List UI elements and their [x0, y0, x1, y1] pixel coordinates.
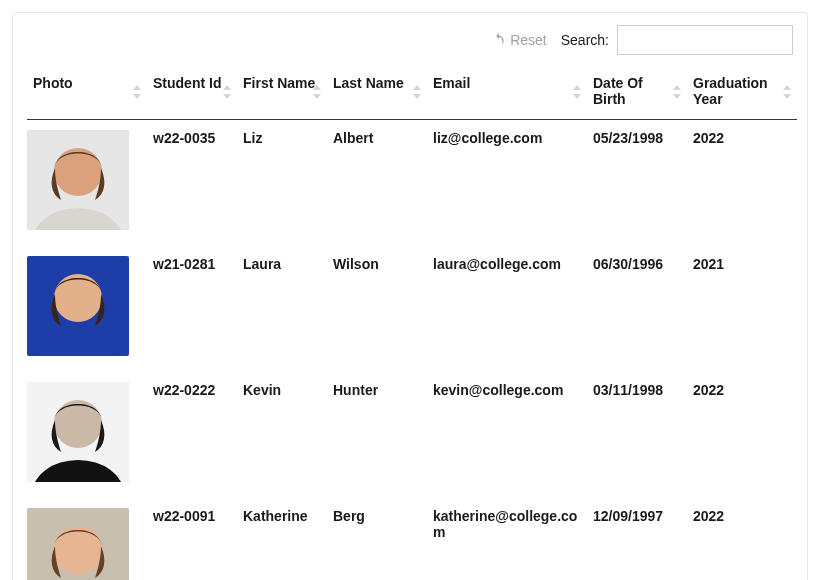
col-photo-label: Photo	[33, 75, 73, 91]
col-student-id[interactable]: Student Id	[147, 65, 237, 120]
col-email-label: Email	[433, 75, 470, 91]
cell-last-name: Wilson	[327, 240, 427, 366]
col-grad-year-label: Graduation Year	[693, 75, 768, 107]
avatar	[27, 382, 129, 482]
cell-last-name: Albert	[327, 120, 427, 241]
sort-icon[interactable]	[673, 85, 681, 99]
search-input[interactable]	[617, 25, 793, 55]
sort-icon[interactable]	[313, 85, 321, 99]
students-table: Photo Student Id First Name Last Name Em…	[27, 65, 797, 580]
col-dob-label: Date Of Birth	[593, 75, 643, 107]
col-last-name-label: Last Name	[333, 75, 404, 91]
cell-dob: 12/09/1997	[587, 492, 687, 580]
table-header-row: Photo Student Id First Name Last Name Em…	[27, 65, 797, 120]
cell-photo	[27, 492, 147, 580]
cell-first-name: Liz	[237, 120, 327, 241]
table-toolbar: Reset Search:	[27, 25, 793, 55]
cell-grad-year: 2022	[687, 492, 797, 580]
cell-grad-year: 2021	[687, 240, 797, 366]
table-row[interactable]: w22-0091 Katherine Berg katherine@colleg…	[27, 492, 797, 580]
reset-label: Reset	[510, 32, 547, 48]
reset-button[interactable]: Reset	[492, 32, 547, 49]
cell-dob: 05/23/1998	[587, 120, 687, 241]
cell-student-id: w21-0281	[147, 240, 237, 366]
cell-student-id: w22-0091	[147, 492, 237, 580]
col-photo[interactable]: Photo	[27, 65, 147, 120]
cell-dob: 06/30/1996	[587, 240, 687, 366]
cell-photo	[27, 366, 147, 492]
cell-email: katherine@college.com	[427, 492, 587, 580]
avatar	[27, 508, 129, 580]
cell-email: laura@college.com	[427, 240, 587, 366]
cell-email: kevin@college.com	[427, 366, 587, 492]
svg-point-11	[54, 526, 102, 574]
table-row[interactable]: w22-0222 Kevin Hunter kevin@college.com …	[27, 366, 797, 492]
col-dob[interactable]: Date Of Birth	[587, 65, 687, 120]
sort-icon[interactable]	[783, 85, 791, 99]
col-grad-year[interactable]: Graduation Year	[687, 65, 797, 120]
avatar	[27, 130, 129, 230]
cell-grad-year: 2022	[687, 366, 797, 492]
cell-first-name: Laura	[237, 240, 327, 366]
cell-grad-year: 2022	[687, 120, 797, 241]
cell-student-id: w22-0035	[147, 120, 237, 241]
cell-first-name: Katherine	[237, 492, 327, 580]
cell-dob: 03/11/1998	[587, 366, 687, 492]
svg-point-5	[54, 274, 102, 322]
col-first-name[interactable]: First Name	[237, 65, 327, 120]
cell-photo	[27, 240, 147, 366]
col-last-name[interactable]: Last Name	[327, 65, 427, 120]
svg-point-2	[54, 148, 102, 196]
cell-first-name: Kevin	[237, 366, 327, 492]
sort-icon[interactable]	[223, 85, 231, 99]
sort-icon[interactable]	[413, 85, 421, 99]
svg-point-8	[54, 400, 102, 448]
search-label: Search:	[561, 32, 609, 48]
sort-icon[interactable]	[573, 85, 581, 99]
avatar	[27, 256, 129, 356]
cell-email: liz@college.com	[427, 120, 587, 241]
table-row[interactable]: w21-0281 Laura Wilson laura@college.com …	[27, 240, 797, 366]
col-student-id-label: Student Id	[153, 75, 221, 91]
table-row[interactable]: w22-0035 Liz Albert liz@college.com 05/2…	[27, 120, 797, 241]
col-first-name-label: First Name	[243, 75, 315, 91]
sort-icon[interactable]	[133, 85, 141, 99]
cell-last-name: Berg	[327, 492, 427, 580]
col-email[interactable]: Email	[427, 65, 587, 120]
cell-photo	[27, 120, 147, 241]
cell-last-name: Hunter	[327, 366, 427, 492]
students-table-card: Reset Search: Photo Student Id First Na	[12, 12, 808, 580]
search-wrap: Search:	[561, 25, 793, 55]
cell-student-id: w22-0222	[147, 366, 237, 492]
undo-icon	[492, 32, 506, 49]
